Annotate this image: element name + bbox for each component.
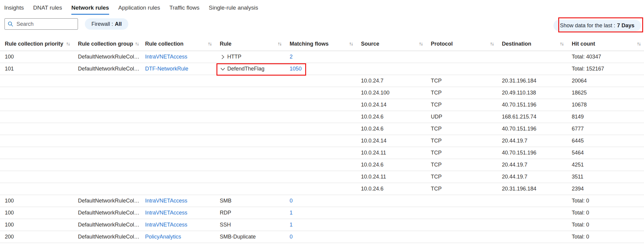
sort-icon[interactable]: ↑↓ <box>490 41 493 46</box>
column-header-rule-collection-priority[interactable]: Rule collection priority↑↓ <box>0 41 73 47</box>
cell-hit-count: 6445 <box>567 135 644 147</box>
tab-traffic-flows[interactable]: Traffic flows <box>169 4 199 15</box>
cell-rule-collection-link[interactable]: PolicyAnalytics <box>140 231 215 243</box>
cell-matching-flows-link[interactable]: 1 <box>285 207 356 219</box>
cell-source: 10.0.24.6 <box>356 123 426 135</box>
column-header-matching-flows[interactable]: Matching flows↑↓ <box>285 41 356 47</box>
sort-icon[interactable]: ↑↓ <box>419 41 422 46</box>
rule-row: 100DefaultNetworkRuleCollectio...IntraVN… <box>0 51 644 63</box>
cell-protocol: TCP <box>426 99 497 111</box>
column-header-rule-collection[interactable]: Rule collection↑↓ <box>140 41 215 47</box>
search-box[interactable] <box>4 18 78 30</box>
time-filter-pill[interactable]: Show data for the last : 7 Days <box>553 20 641 31</box>
cell-matching-flows-link[interactable]: 2 <box>285 51 356 63</box>
cell-hit-count: Total: 40347 <box>567 51 644 63</box>
rule-name: SSH <box>220 222 231 228</box>
tab-single-rule-analysis[interactable]: Single-rule analysis <box>209 4 258 15</box>
sort-icon[interactable]: ↑↓ <box>278 41 281 46</box>
cell-matching-flows-link[interactable]: 0 <box>285 195 356 207</box>
cell-hit-count: 10678 <box>567 99 644 111</box>
cell-hit-count: 3511 <box>567 171 644 183</box>
cell-destination: 20.44.19.7 <box>497 135 567 147</box>
flow-row: 10.0.24.14TCP40.70.151.19610678 <box>0 99 644 111</box>
sort-icon[interactable]: ↑↓ <box>560 41 563 46</box>
cell-rule: SMB-Duplicate <box>215 234 285 240</box>
column-header-destination[interactable]: Destination↑↓ <box>497 41 567 47</box>
cell-rule-collection-link[interactable]: IntraVNETAccess <box>140 195 215 207</box>
cell-source: 10.0.24.100 <box>356 87 426 99</box>
chevron-right-icon[interactable] <box>220 54 226 60</box>
cell-destination: 20.44.19.7 <box>497 159 567 171</box>
cell-source: 10.0.24.14 <box>356 135 426 147</box>
cell-rule-collection-link[interactable]: IntraVNETAccess <box>140 219 215 231</box>
column-header-rule-collection-group[interactable]: Rule collection group↑↓ <box>73 41 140 47</box>
cell-destination: 168.61.215.74 <box>497 111 567 123</box>
cell-hit-count: 6777 <box>567 123 644 135</box>
column-header-source[interactable]: Source↑↓ <box>356 41 426 47</box>
firewall-filter-pill[interactable]: Firewall : All <box>85 18 128 30</box>
search-input[interactable] <box>16 21 75 28</box>
column-header-rule[interactable]: Rule↑↓ <box>215 41 285 47</box>
rule-name: SMB-Duplicate <box>220 234 256 240</box>
tab-application-rules[interactable]: Application rules <box>118 4 160 15</box>
cell-matching-flows-link[interactable]: 1 <box>285 219 356 231</box>
firewall-filter-value: All <box>115 21 122 27</box>
cell-matching-flows-link[interactable]: 1050 <box>285 63 356 75</box>
cell-protocol: TCP <box>426 135 497 147</box>
cell-rule-collection-priority: 100 <box>0 219 73 231</box>
sort-icon[interactable]: ↑↓ <box>135 41 139 46</box>
rule-row: 100DefaultNetworkRuleCollectio...IntraVN… <box>0 207 644 219</box>
toolbar: Firewall : All Show data for the last : … <box>4 18 644 30</box>
cell-rule-collection-link[interactable]: IntraVNETAccess <box>140 207 215 219</box>
cell-hit-count: 20064 <box>567 75 644 87</box>
cell-rule: SMB <box>215 198 285 204</box>
flow-row: 10.0.24.6TCP20.44.19.74251 <box>0 159 644 171</box>
cell-hit-count: 5464 <box>567 147 644 159</box>
cell-rule-collection-priority: 101 <box>0 63 73 75</box>
column-header-hit-count[interactable]: Hit count↑↓ <box>567 41 644 47</box>
cell-source: 10.0.24.6 <box>356 111 426 123</box>
cell-hit-count: 8149 <box>567 111 644 123</box>
cell-protocol: TCP <box>426 75 497 87</box>
tab-dnat-rules[interactable]: DNAT rules <box>33 4 62 15</box>
tab-bar: Insights DNAT rules Network rules Applic… <box>0 0 644 15</box>
rule-row: 100DefaultNetworkRuleCollectio...IntraVN… <box>0 219 644 231</box>
cell-protocol: UDP <box>426 111 497 123</box>
column-header-protocol[interactable]: Protocol↑↓ <box>426 41 497 47</box>
rule-row: 100DefaultNetworkRuleCollectio...IntraVN… <box>0 195 644 207</box>
cell-rule-collection-group: DefaultNetworkRuleCollectio... <box>73 63 140 75</box>
chevron-down-icon[interactable] <box>220 66 226 72</box>
cell-source: 10.0.24.11 <box>356 147 426 159</box>
tab-insights[interactable]: Insights <box>4 4 24 15</box>
rule-name: HTTP <box>227 54 241 60</box>
cell-source: 10.0.24.6 <box>356 183 426 195</box>
flow-row: 10.0.24.100TCP20.49.110.13818625 <box>0 87 644 99</box>
cell-rule-collection-priority: 200 <box>0 231 73 243</box>
cell-destination: 40.70.151.196 <box>497 147 567 159</box>
cell-destination: 40.70.151.196 <box>497 123 567 135</box>
sort-icon[interactable]: ↑↓ <box>66 41 70 46</box>
cell-hit-count: 2394 <box>567 183 644 195</box>
cell-destination: 20.49.110.138 <box>497 87 567 99</box>
cell-rule: SSH <box>215 222 285 228</box>
search-icon <box>7 21 13 27</box>
cell-matching-flows-link[interactable]: 0 <box>285 231 356 243</box>
flow-row: 10.0.24.6TCP40.70.151.1966777 <box>0 123 644 135</box>
flow-row: 10.0.24.14TCP20.44.19.76445 <box>0 135 644 147</box>
cell-rule-collection-group: DefaultNetworkRuleCollectio... <box>73 231 140 243</box>
cell-hit-count: Total: 0 <box>567 195 644 207</box>
sort-icon[interactable]: ↑↓ <box>637 41 640 46</box>
flow-row: 10.0.24.6UDP168.61.215.748149 <box>0 111 644 123</box>
cell-destination: 20.31.196.184 <box>497 183 567 195</box>
rule-row: 101DefaultNetworkRuleCollectio...DTF-Net… <box>0 63 644 75</box>
cell-rule-collection-priority: 100 <box>0 207 73 219</box>
cell-destination: 20.44.19.7 <box>497 171 567 183</box>
sort-icon[interactable]: ↑↓ <box>349 41 353 46</box>
cell-rule-collection-group: DefaultNetworkRuleCollectio... <box>73 207 140 219</box>
cell-rule-collection-link[interactable]: IntraVNETAccess <box>140 51 215 63</box>
sort-icon[interactable]: ↑↓ <box>208 41 211 46</box>
cell-protocol: TCP <box>426 147 497 159</box>
tab-network-rules[interactable]: Network rules <box>71 4 109 15</box>
cell-source: 10.0.24.6 <box>356 159 426 171</box>
cell-rule-collection-link[interactable]: DTF-NetworkRule <box>140 63 215 75</box>
